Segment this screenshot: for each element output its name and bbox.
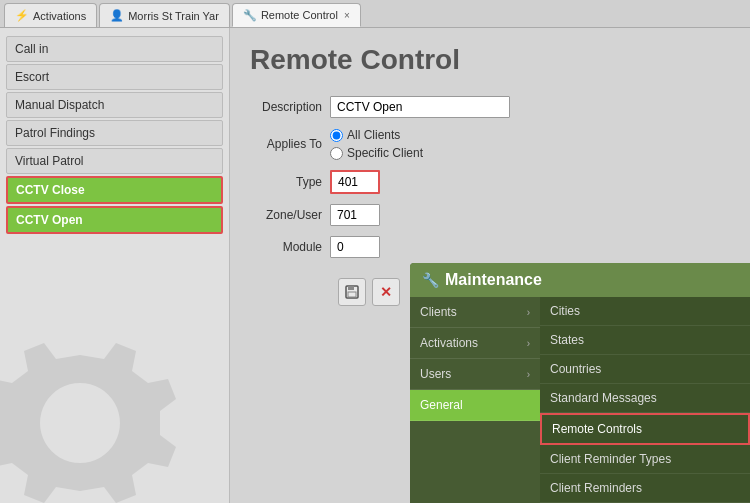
applies-to-label: Applies To — [250, 137, 330, 151]
activations-icon: ⚡ — [15, 9, 29, 22]
maintenance-submenu: Cities States Countries Standard Message… — [540, 297, 750, 503]
tab-remote-control[interactable]: 🔧 Remote Control × — [232, 3, 361, 27]
submenu-standard-messages[interactable]: Standard Messages — [540, 384, 750, 413]
zone-user-input[interactable] — [330, 204, 380, 226]
sidebar-item-call-in[interactable]: Call in — [6, 36, 223, 62]
specific-client-radio-label[interactable]: Specific Client — [330, 146, 423, 160]
type-row: Type — [250, 170, 730, 194]
sidebar-watermark-icon — [0, 323, 180, 503]
module-row: Module — [250, 236, 730, 258]
maintenance-title: Maintenance — [445, 271, 542, 289]
maintenance-header: 🔧 Maintenance — [410, 263, 750, 297]
zone-user-row: Zone/User — [250, 204, 730, 226]
sidebar-item-cctv-close[interactable]: CCTV Close — [6, 176, 223, 204]
cancel-icon: ✕ — [380, 284, 392, 300]
tab-morris-label: Morris St Train Yar — [128, 10, 219, 22]
activations-chevron-icon: › — [527, 338, 530, 349]
zone-user-label: Zone/User — [250, 208, 330, 222]
submenu-cities[interactable]: Cities — [540, 297, 750, 326]
tab-close-icon[interactable]: × — [344, 10, 350, 21]
type-input[interactable] — [330, 170, 380, 194]
maintenance-panel: 🔧 Maintenance Clients › Activations › Us… — [410, 263, 750, 503]
type-label: Type — [250, 175, 330, 189]
maintenance-menu-clients[interactable]: Clients › — [410, 297, 540, 328]
description-row: Description — [250, 96, 730, 118]
tab-activations-label: Activations — [33, 10, 86, 22]
save-icon — [344, 284, 360, 300]
tab-remote-control-label: Remote Control — [261, 9, 338, 21]
maintenance-wrench-icon: 🔧 — [422, 272, 439, 288]
content-area: Remote Control Description Applies To Al… — [230, 28, 750, 503]
submenu-remote-controls[interactable]: Remote Controls — [540, 413, 750, 445]
submenu-countries[interactable]: Countries — [540, 355, 750, 384]
all-clients-radio[interactable] — [330, 129, 343, 142]
page-title: Remote Control — [250, 44, 730, 76]
clients-chevron-icon: › — [527, 307, 530, 318]
maintenance-body: Clients › Activations › Users › General — [410, 297, 750, 503]
tab-morris[interactable]: 👤 Morris St Train Yar — [99, 3, 230, 27]
submenu-client-reminders[interactable]: Client Reminders — [540, 474, 750, 503]
sidebar-item-manual-dispatch[interactable]: Manual Dispatch — [6, 92, 223, 118]
description-label: Description — [250, 100, 330, 114]
morris-icon: 👤 — [110, 9, 124, 22]
maintenance-menu-users[interactable]: Users › — [410, 359, 540, 390]
all-clients-radio-label[interactable]: All Clients — [330, 128, 423, 142]
submenu-states[interactable]: States — [540, 326, 750, 355]
applies-to-radio-group: All Clients Specific Client — [330, 128, 423, 160]
sidebar-item-cctv-open[interactable]: CCTV Open — [6, 206, 223, 234]
sidebar-item-escort[interactable]: Escort — [6, 64, 223, 90]
main-content: Call in Escort Manual Dispatch Patrol Fi… — [0, 28, 750, 503]
svg-rect-1 — [348, 286, 354, 290]
applies-to-row: Applies To All Clients Specific Client — [250, 128, 730, 160]
users-chevron-icon: › — [527, 369, 530, 380]
sidebar: Call in Escort Manual Dispatch Patrol Fi… — [0, 28, 230, 503]
specific-client-radio[interactable] — [330, 147, 343, 160]
module-input[interactable] — [330, 236, 380, 258]
save-button[interactable] — [338, 278, 366, 306]
tab-activations[interactable]: ⚡ Activations — [4, 3, 97, 27]
tab-bar: ⚡ Activations 👤 Morris St Train Yar 🔧 Re… — [0, 0, 750, 28]
module-label: Module — [250, 240, 330, 254]
maintenance-menu-general[interactable]: General — [410, 390, 540, 421]
svg-rect-2 — [348, 292, 356, 297]
sidebar-item-patrol-findings[interactable]: Patrol Findings — [6, 120, 223, 146]
maintenance-menu-activations[interactable]: Activations › — [410, 328, 540, 359]
submenu-client-reminder-types[interactable]: Client Reminder Types — [540, 445, 750, 474]
maintenance-menu: Clients › Activations › Users › General — [410, 297, 540, 503]
sidebar-item-virtual-patrol[interactable]: Virtual Patrol — [6, 148, 223, 174]
remote-control-tab-icon: 🔧 — [243, 9, 257, 22]
description-input[interactable] — [330, 96, 510, 118]
cancel-button[interactable]: ✕ — [372, 278, 400, 306]
